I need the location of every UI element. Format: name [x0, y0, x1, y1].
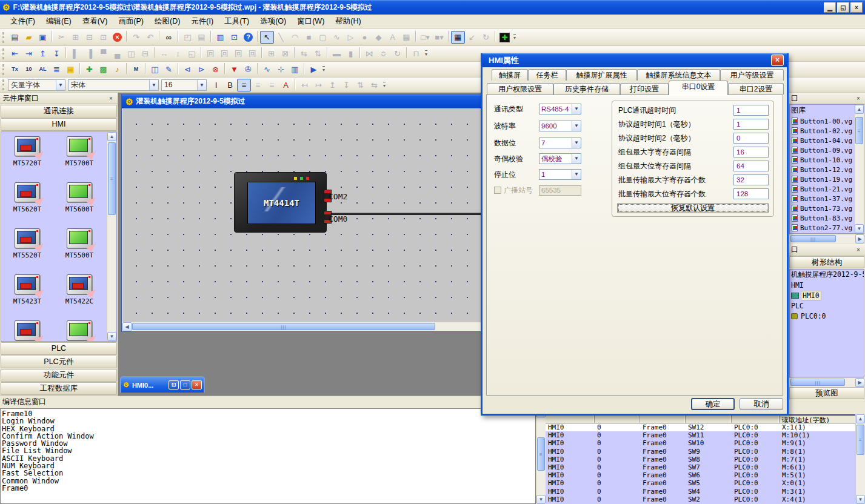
ok-button[interactable]: 确定 — [691, 398, 735, 410]
simulate-icon[interactable]: ▶ — [307, 63, 321, 76]
image-tool-icon[interactable]: ▦ — [399, 31, 413, 44]
h-spacing-icon[interactable]: ⇆ — [297, 47, 311, 60]
macro-icon[interactable]: M — [129, 63, 143, 76]
scrollbar-thumb[interactable]: ||| — [790, 379, 845, 386]
snap-icon[interactable]: ↙ — [465, 31, 479, 44]
find-icon[interactable]: ∞ — [162, 31, 176, 44]
vg-file-item[interactable]: Button1-10.vg — [790, 155, 864, 165]
hmi-device-item[interactable]: MT5422C — [53, 273, 105, 319]
menu-item[interactable]: 画面(P) — [113, 15, 149, 28]
tree-structure-header[interactable]: 树形结构 — [789, 256, 864, 268]
table-row[interactable]: HMI0 0 Frame0 SW9 PLC0:0 M:8(1) — [546, 448, 856, 456]
send-backward-icon[interactable]: 回 — [245, 47, 259, 60]
broadcast-station-input[interactable]: 65535 — [539, 185, 581, 196]
center-vertical-icon[interactable]: ⊟ — [138, 47, 152, 60]
same-size-icon[interactable]: ◱ — [185, 47, 199, 60]
print-preview-icon[interactable]: ◰ — [181, 31, 195, 44]
max-bit-batch-input[interactable]: 128 — [733, 188, 769, 199]
vg-file-item[interactable]: Button1-09.vg — [790, 145, 864, 155]
protocol-timeout2-input[interactable]: 0 — [733, 133, 769, 144]
toolbar-grip[interactable] — [2, 32, 5, 43]
menu-item[interactable]: 编辑(E) — [41, 15, 77, 28]
cut-icon[interactable]: ✂ — [55, 31, 68, 44]
gallery-h-scrollbar[interactable]: ||| ▶ — [789, 234, 864, 243]
address-book-icon[interactable]: ▥ — [213, 31, 227, 44]
maximize-button[interactable]: □ — [180, 380, 190, 390]
section-plc[interactable]: PLC — [1, 342, 117, 355]
hmi-device-item[interactable]: MT5620T — [1, 181, 53, 227]
clear-hmi-icon[interactable]: ⊗ — [209, 63, 222, 76]
line-tool-icon[interactable]: ╲ — [274, 31, 288, 44]
system-download-icon[interactable]: ▼ — [227, 63, 241, 76]
parity-select[interactable]: 偶校验▼ — [539, 153, 581, 164]
max-word-batch-input[interactable]: 32 — [733, 174, 769, 185]
preview-header[interactable]: 预览图 — [789, 387, 864, 399]
restore-button[interactable]: ◱ — [837, 2, 849, 13]
text-tool-icon[interactable]: A — [386, 31, 399, 44]
save-icon[interactable]: ▣ — [36, 31, 50, 44]
paste-icon[interactable]: ⊟ — [82, 31, 96, 44]
bring-forward-icon[interactable]: 回 — [232, 47, 245, 60]
hmi-device-item[interactable]: MT5720T — [1, 134, 53, 181]
menu-item[interactable]: 元件(I) — [185, 15, 219, 28]
device-list-scrollbar[interactable]: ▲ ≡ ▼ — [107, 132, 116, 341]
table-row[interactable]: HMI0 0 Frame0 SW8 PLC0:0 M:7(1) — [546, 456, 856, 463]
build-icon[interactable]: ✎ — [162, 63, 176, 76]
vg-file-item[interactable]: Button1-12.vg — [790, 165, 864, 174]
select-tool-icon[interactable]: ↖ — [260, 31, 274, 44]
text-align-center-icon[interactable]: ≡ — [251, 79, 265, 91]
compile-message-list[interactable]: Frame10Login WindowHEX KeyboardConfirm A… — [0, 408, 536, 504]
dialog-close-icon[interactable]: × — [771, 55, 784, 66]
font-type-select[interactable]: 矢量字体▼ — [8, 79, 65, 91]
trend-chart-icon[interactable]: ∿ — [260, 63, 274, 76]
undo-icon[interactable]: ↶ — [143, 31, 157, 44]
scrollbar-thumb[interactable]: ||| — [790, 235, 836, 242]
close-panel-icon[interactable]: × — [854, 246, 863, 254]
align-right-icon[interactable]: ▐ — [82, 47, 96, 60]
same-width-icon[interactable]: ↔ — [157, 47, 171, 60]
vg-file-item[interactable]: Button1-00.vg — [790, 116, 864, 126]
scroll-left-icon[interactable]: ◀ — [122, 322, 132, 331]
vg-file-item[interactable]: Button1-02.vg — [790, 126, 864, 136]
close-button[interactable]: × — [850, 2, 863, 13]
text-width-icon[interactable]: ⇆ — [367, 79, 381, 91]
scroll-right-icon[interactable]: ▶ — [855, 378, 864, 387]
center-horizontal-icon[interactable]: ◫ — [124, 47, 138, 60]
new-project-icon[interactable]: ▤ — [8, 31, 22, 44]
scroll-down-icon[interactable]: ▼ — [536, 495, 546, 504]
tab-serial2-settings[interactable]: 串口2设置 — [728, 83, 784, 94]
text-align-left-icon[interactable]: ≡ — [237, 79, 251, 91]
max-bit-interval-input[interactable]: 64 — [733, 161, 769, 171]
vg-file-item[interactable]: Button1-19.vg — [790, 174, 864, 184]
text-height-icon[interactable]: ⇅ — [353, 79, 367, 91]
border-color-icon[interactable]: □▾ — [418, 31, 432, 44]
minimized-window[interactable]: ⚙ HMI0... ⊡ □ × — [120, 376, 205, 393]
restore-defaults-button[interactable]: 恢复默认设置 — [617, 203, 769, 213]
scrollbar-thumb[interactable]: ≡ — [108, 142, 116, 215]
ellipse-tool-icon[interactable]: ● — [358, 31, 372, 44]
event-list-icon[interactable]: ≣ — [50, 63, 64, 76]
toolbar-grip[interactable] — [2, 79, 5, 90]
lock-icon[interactable]: ⊓ — [409, 47, 423, 60]
toolbar-overflow-icon[interactable]: ▾ — [322, 66, 325, 73]
table-row[interactable]: HMI0 0 Frame0 SW10 PLC0:0 M:9(1) — [546, 439, 856, 447]
vg-file-item[interactable]: Button1-04.vg — [790, 136, 864, 145]
italic-icon[interactable]: I — [209, 79, 223, 91]
move-tool-icon[interactable]: ✚ — [498, 31, 512, 44]
scrollbar-thumb[interactable]: ||| — [132, 323, 435, 330]
compile-icon[interactable]: ◫ — [148, 63, 162, 76]
menu-item[interactable]: 文件(F) — [5, 15, 41, 28]
restore-button[interactable]: ⊡ — [169, 380, 179, 390]
comm-type-select[interactable]: RS485-4▼ — [539, 104, 581, 114]
tree-hmi-group[interactable]: HMI — [790, 280, 864, 290]
toolbar-grip[interactable] — [2, 48, 5, 59]
tab-history-event[interactable]: 历史事件存储 — [553, 83, 620, 94]
sound-library-icon[interactable]: ♪ — [110, 63, 124, 76]
table-row[interactable]: HMI0 0 Frame0 SW11 PLC0:0 M:10(1) — [546, 431, 856, 439]
hmi-device-item[interactable]: MT5520T — [1, 227, 53, 273]
compile-scrollbar[interactable]: ▲ ≡ ▼ — [536, 408, 546, 504]
plc-timeout-input[interactable]: 1 — [733, 105, 769, 116]
stop-bits-select[interactable]: 1▼ — [539, 169, 581, 180]
font-color-icon[interactable]: A — [279, 79, 293, 91]
tree-hmi0-node[interactable]: HMI0 — [790, 290, 864, 300]
